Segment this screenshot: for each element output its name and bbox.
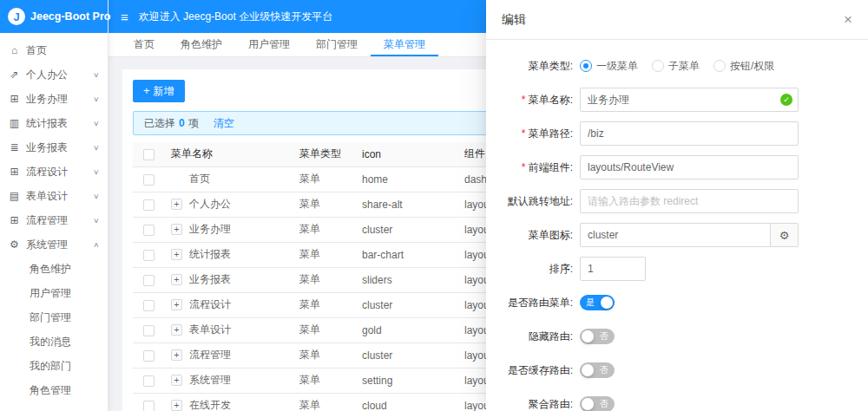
sidebar-item[interactable]: ▥ 统计报表 — [0, 111, 108, 135]
menu-fold-icon[interactable] — [121, 10, 128, 23]
sidebar-item[interactable]: ≣ 业务报表 — [0, 135, 108, 160]
sidebar-item[interactable]: ⊞ 流程管理 — [0, 208, 108, 232]
sidebar-subitem-label: 我的部门 — [30, 359, 71, 374]
page-tab[interactable]: 菜单管理 — [371, 33, 438, 56]
app-logo[interactable]: J Jeecg-Boot Pro — [0, 0, 108, 33]
clear-selection-link[interactable]: 清空 — [214, 116, 234, 131]
menu-type-cell: 菜单 — [293, 368, 355, 393]
add-button[interactable]: 新增 — [133, 80, 185, 102]
page-tab[interactable]: 用户管理 — [235, 33, 303, 56]
sort-input[interactable] — [580, 257, 646, 281]
menu-type-cell: 菜单 — [293, 166, 355, 192]
menu-name-cell: 流程设计 — [164, 292, 293, 317]
radio-option[interactable]: 按钮/权限 — [713, 59, 774, 74]
redirect-label: 默认跳转地址: — [486, 194, 580, 209]
sidebar-item-label: 系统管理 — [26, 238, 88, 252]
row-checkbox[interactable] — [143, 199, 155, 211]
menu-name-input[interactable] — [580, 88, 799, 112]
row-checkbox[interactable] — [143, 300, 155, 311]
toggle-switch[interactable]: 否 — [580, 396, 615, 411]
row-checkbox[interactable] — [143, 250, 155, 261]
sidebar-item-label: 业务报表 — [26, 140, 88, 155]
redirect-input[interactable] — [580, 189, 799, 213]
menu-icon-input[interactable] — [580, 223, 771, 247]
sidebar-item[interactable]: ⊞ 业务办理 — [0, 87, 108, 111]
menu-type-cell: 菜单 — [293, 317, 355, 342]
row-check-cell — [133, 242, 164, 267]
component-input[interactable] — [580, 155, 799, 179]
menu-name-text: 流程管理 — [189, 349, 231, 361]
row-checkbox[interactable] — [143, 275, 155, 286]
icon-name-cell: share-alt — [355, 192, 457, 217]
page-tab[interactable]: 首页 — [121, 33, 168, 56]
switch-knob — [582, 330, 594, 342]
row-checkbox[interactable] — [143, 401, 155, 411]
field-sort: 排序: — [486, 257, 868, 281]
sidebar-item[interactable]: ⚙ 系统管理 — [0, 232, 108, 257]
expand-icon[interactable] — [171, 324, 182, 336]
sidebar-item-label: 首页 — [26, 43, 88, 58]
select-all-checkbox[interactable] — [143, 149, 155, 160]
sidebar-submenu: 角色维护 用户管理 部门管理 我的消息 我的部门 — [0, 257, 108, 402]
sidebar-item[interactable]: ⊞ 流程设计 — [0, 160, 108, 184]
col-header-icon: icon — [355, 142, 457, 166]
expand-icon[interactable] — [171, 400, 182, 411]
toggle-switch[interactable]: 否 — [580, 329, 615, 344]
sidebar-subitem[interactable]: 部门管理 — [0, 305, 108, 329]
expand-icon[interactable] — [171, 249, 182, 260]
page-tab[interactable]: 部门管理 — [303, 33, 371, 56]
page-tab[interactable]: 角色维护 — [168, 33, 235, 56]
expand-icon[interactable] — [171, 349, 182, 361]
col-header-type: 菜单类型 — [293, 142, 355, 166]
close-icon[interactable] — [844, 12, 852, 27]
setting-icon[interactable] — [771, 223, 799, 247]
radio-option[interactable]: 子菜单 — [652, 59, 700, 74]
expand-icon[interactable] — [171, 274, 182, 285]
sidebar-subitem-label: 角色管理 — [30, 383, 71, 398]
radio-icon — [713, 60, 726, 72]
cluster-icon: ⊞ — [9, 93, 20, 105]
chevron-icon — [93, 120, 100, 127]
menu-type-radio-group: 一级菜单 子菜单 按钮/权限 — [580, 59, 774, 74]
row-check-cell — [133, 166, 164, 192]
sidebar-subitem[interactable]: 我的消息 — [0, 329, 108, 354]
sidebar-item[interactable]: ⇗ 个人办公 — [0, 62, 108, 87]
row-check-cell — [133, 192, 164, 217]
cluster-icon: ⊞ — [9, 214, 20, 226]
row-checkbox[interactable] — [143, 325, 155, 336]
menu-name-text: 表单设计 — [189, 323, 231, 336]
row-checkbox[interactable] — [143, 375, 155, 387]
add-button-label: 新增 — [154, 84, 174, 99]
selection-count: 0 — [179, 117, 185, 129]
switch-knob — [582, 364, 594, 376]
expand-icon[interactable] — [171, 224, 182, 235]
chevron-icon — [93, 168, 100, 176]
toggle-switch[interactable]: 是 — [580, 295, 615, 310]
sidebar-menu: ⌂ 首页 ⇗ 个人办公 ⊞ 业务办理 ▥ 统 — [0, 33, 108, 257]
sidebar-subitem[interactable]: 我的部门 — [0, 354, 108, 378]
radio-option[interactable]: 一级菜单 — [580, 59, 638, 74]
row-checkbox[interactable] — [143, 174, 155, 186]
sidebar-subitem[interactable]: 角色管理 — [0, 378, 108, 402]
sidebar-item[interactable]: ▤ 表单设计 — [0, 184, 108, 208]
chevron-icon — [93, 144, 100, 152]
row-checkbox[interactable] — [143, 225, 155, 236]
chevron-icon — [93, 217, 100, 225]
expand-icon[interactable] — [171, 375, 182, 386]
sidebar-item-label: 业务办理 — [26, 92, 88, 107]
icon-name-cell: cluster — [355, 342, 457, 368]
expand-icon[interactable] — [171, 299, 182, 310]
logo-icon: J — [8, 8, 25, 25]
menu-path-input[interactable] — [580, 121, 799, 146]
toggle-switch[interactable]: 否 — [580, 362, 615, 378]
sidebar-subitem[interactable]: 角色维护 — [0, 257, 108, 281]
component-label: 前端组件: — [486, 160, 580, 175]
sidebar-item[interactable]: ⌂ 首页 — [0, 38, 108, 62]
menu-name-text: 个人办公 — [189, 198, 231, 210]
row-checkbox[interactable] — [143, 350, 155, 362]
menu-icon-label: 菜单图标: — [486, 228, 580, 243]
menu-name-cell: 在线开发 — [164, 393, 293, 411]
expand-icon[interactable] — [171, 199, 182, 210]
menu-name-label: 菜单名称: — [486, 93, 580, 108]
sidebar-subitem[interactable]: 用户管理 — [0, 281, 108, 305]
